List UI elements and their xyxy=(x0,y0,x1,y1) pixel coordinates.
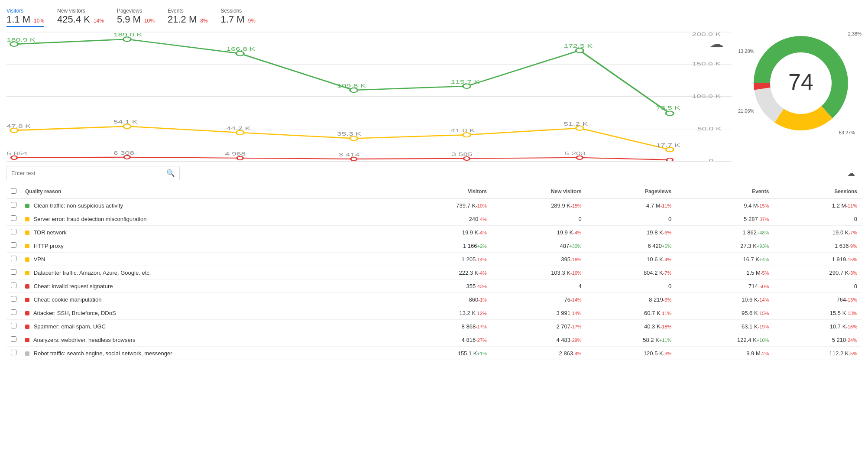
row-checkbox[interactable] xyxy=(11,283,16,288)
new-visitors-cell: 76-14% xyxy=(491,293,586,306)
row-checkbox-cell[interactable] xyxy=(6,293,21,306)
svg-point-26 xyxy=(236,130,244,135)
row-checkbox-cell[interactable] xyxy=(6,347,21,360)
svg-point-14 xyxy=(463,84,471,88)
row-checkbox-cell[interactable] xyxy=(6,212,21,226)
row-checkbox[interactable] xyxy=(11,229,16,234)
new-visitors-cell: 103.3 K-16% xyxy=(491,266,586,279)
new-visitors-val: 0 xyxy=(578,216,581,222)
row-checkbox-cell[interactable] xyxy=(6,239,21,253)
row-checkbox-cell[interactable] xyxy=(6,306,21,320)
metric-pageviews[interactable]: Pageviews 5.9 M -10% xyxy=(117,8,155,27)
quality-reason-label: Analyzers: webdriver, headless browsers xyxy=(33,337,136,343)
svg-text:54.1 K: 54.1 K xyxy=(113,119,138,124)
metric-sessions[interactable]: Sessions 1.7 M -9% xyxy=(221,8,256,27)
events-val: 122.4 K xyxy=(737,337,757,343)
new-visitors-cell: 19.9 K-4% xyxy=(491,226,586,239)
row-checkbox-cell[interactable] xyxy=(6,266,21,279)
quality-reason-cell: Spammer: email spam, UGC xyxy=(21,320,396,333)
pageviews-val: 19.8 K xyxy=(647,229,663,236)
new-visitors-val: 4 xyxy=(578,283,581,289)
row-checkbox[interactable] xyxy=(11,323,16,328)
visitors-cell: 13.2 K-12% xyxy=(396,306,491,320)
metric-label-pageviews: Pageviews xyxy=(117,8,155,14)
visitors-change: -27% xyxy=(476,338,487,343)
metric-change-sessions: -9% xyxy=(246,18,256,24)
row-checkbox[interactable] xyxy=(11,350,16,355)
row-checkbox[interactable] xyxy=(11,202,16,208)
svg-point-41 xyxy=(351,157,357,161)
quality-reason-cell: Clean traffic: non-suspicious activity xyxy=(21,199,396,212)
pageviews-val: 4.7 M xyxy=(646,202,661,209)
visitors-change: -4% xyxy=(478,270,487,276)
metric-new_visitors[interactable]: New visitors 425.4 K -14% xyxy=(57,8,104,27)
pageviews-cell: 4.7 M-11% xyxy=(586,199,676,212)
row-checkbox[interactable] xyxy=(11,242,16,248)
new-visitors-change: +30% xyxy=(569,244,581,249)
visitors-val: 8 868 xyxy=(462,323,476,330)
events-change: +93% xyxy=(757,244,769,249)
metric-visitors[interactable]: Visitors 1.1 M -10% xyxy=(6,8,44,27)
row-checkbox[interactable] xyxy=(11,336,16,342)
row-checkbox-cell[interactable] xyxy=(6,199,21,212)
table-row: Analyzers: webdriver, headless browsers … xyxy=(6,333,862,347)
sessions-change: -16% xyxy=(846,324,857,329)
new-visitors-change: -4% xyxy=(573,230,582,235)
quality-reason-label: Attacker: SSH, Bruteforce, DDoS xyxy=(33,310,116,316)
quality-reason-cell: TOR network xyxy=(21,226,396,239)
events-cell: 10.6 K-14% xyxy=(676,293,773,306)
svg-text:200.0 K: 200.0 K xyxy=(692,32,721,37)
new-visitors-cell: 2 707-17% xyxy=(491,320,586,333)
visitors-val: 4 816 xyxy=(462,337,476,343)
visitors-val: 240 xyxy=(469,216,479,222)
new-visitors-change: -14% xyxy=(570,297,582,302)
new-visitors-cell: 395-16% xyxy=(491,253,586,266)
sessions-val: 764 xyxy=(837,296,846,303)
pageviews-cell: 19.8 K-6% xyxy=(586,226,676,239)
svg-point-43 xyxy=(577,156,583,159)
header-checkbox[interactable] xyxy=(6,185,21,199)
events-val: 1.5 M xyxy=(746,270,761,276)
row-checkbox-cell[interactable] xyxy=(6,333,21,347)
row-checkbox[interactable] xyxy=(11,215,16,221)
quality-color-dot xyxy=(25,217,29,221)
quality-color-dot xyxy=(25,338,29,342)
search-input[interactable] xyxy=(11,170,166,176)
row-checkbox-cell[interactable] xyxy=(6,320,21,333)
pageviews-cell: 8 219-6% xyxy=(586,293,676,306)
metric-value-new_visitors: 425.4 K xyxy=(57,14,90,25)
sessions-change: -11% xyxy=(846,203,857,208)
quality-color-dot xyxy=(25,284,29,289)
sessions-cell: 112.2 K-5% xyxy=(773,347,862,360)
events-change: +48% xyxy=(757,230,769,235)
row-checkbox-cell[interactable] xyxy=(6,279,21,293)
row-checkbox[interactable] xyxy=(11,256,16,261)
quality-reason-label: HTTP proxy xyxy=(34,243,64,249)
visitors-val: 13.2 K xyxy=(460,310,476,316)
sessions-cell: 15.5 K-13% xyxy=(773,306,862,320)
sessions-val: 15.5 K xyxy=(830,310,846,316)
svg-text:17.7 K: 17.7 K xyxy=(656,143,680,148)
pageviews-change: +11% xyxy=(659,338,671,343)
row-checkbox-cell[interactable] xyxy=(6,253,21,266)
row-checkbox[interactable] xyxy=(11,296,16,302)
events-val: 5 287 xyxy=(744,216,758,222)
pageviews-cell: 0 xyxy=(586,212,676,226)
events-val: 9.4 M xyxy=(744,202,758,209)
select-all-checkbox[interactable] xyxy=(11,188,16,194)
visitors-val: 739.7 K xyxy=(456,202,476,209)
new-visitors-val: 395 xyxy=(561,256,570,263)
pageviews-cell: 60.7 K-11% xyxy=(586,306,676,320)
row-checkbox[interactable] xyxy=(11,309,16,315)
sessions-change: -13% xyxy=(846,311,857,316)
pageviews-cell: 6 420+5% xyxy=(586,239,676,253)
metric-events[interactable]: Events 21.2 M -8% xyxy=(168,8,208,27)
events-val: 95.6 K xyxy=(742,310,758,316)
visitors-cell: 860-1% xyxy=(396,293,491,306)
cloud-upload-icon: ☁ xyxy=(847,169,855,178)
sessions-change: -3% xyxy=(849,270,857,276)
row-checkbox[interactable] xyxy=(11,269,16,275)
table-row: Datacenter traffic: Amazon, Azure, Googl… xyxy=(6,266,862,279)
new-visitors-cell: 487+30% xyxy=(491,239,586,253)
row-checkbox-cell[interactable] xyxy=(6,226,21,239)
